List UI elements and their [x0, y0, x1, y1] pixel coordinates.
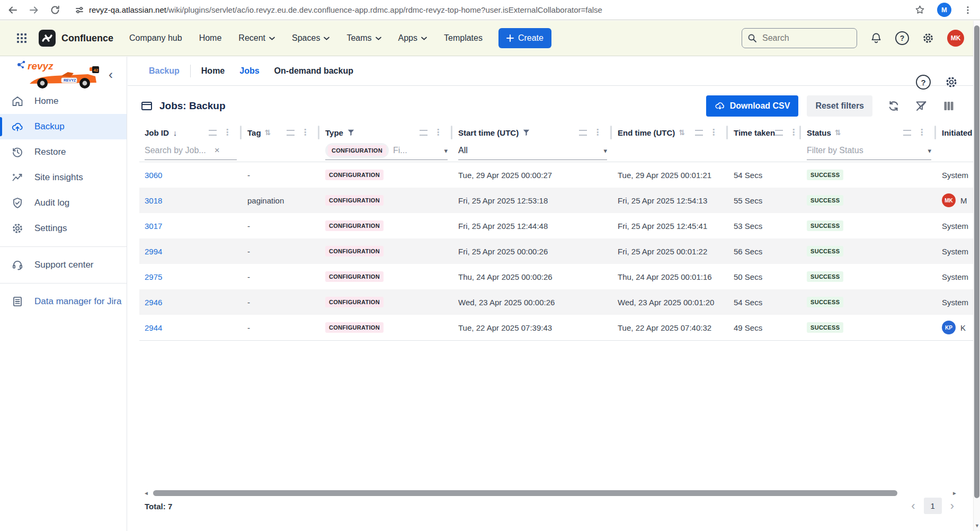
drag-handle-icon[interactable] — [209, 130, 217, 136]
column-menu-icon[interactable]: ⋮ — [917, 128, 926, 137]
column-header-tag[interactable]: Tag ⇅ ⋮ — [242, 123, 320, 141]
scrollbar-thumb[interactable] — [153, 490, 897, 496]
sidebar-item-backup[interactable]: Backup — [0, 114, 127, 139]
job-id-link[interactable]: 3018 — [145, 196, 162, 205]
filter-applied-icon[interactable] — [523, 129, 530, 136]
sidebar-item-site-insights[interactable]: Site insights — [0, 165, 127, 190]
download-csv-button[interactable]: Download CSV — [706, 95, 799, 117]
tab-jobs[interactable]: Jobs — [239, 66, 259, 76]
site-info-icon[interactable] — [74, 5, 85, 15]
page-settings-gear-icon[interactable] — [945, 75, 958, 89]
scrollbar-thumb[interactable] — [974, 25, 979, 498]
tab-on-demand-backup[interactable]: On-demand backup — [274, 66, 353, 76]
column-menu-icon[interactable]: ⋮ — [709, 128, 718, 137]
sidebar-item-settings[interactable]: Settings — [0, 216, 127, 241]
job-id-link[interactable]: 3017 — [145, 222, 162, 231]
browser-forward-icon[interactable] — [29, 5, 39, 15]
column-header-type[interactable]: Type ⋮ — [320, 123, 453, 141]
refresh-icon[interactable] — [887, 100, 900, 112]
column-menu-icon[interactable]: ⋮ — [223, 128, 231, 137]
drag-handle-icon[interactable] — [695, 130, 703, 136]
bookmark-star-icon[interactable] — [914, 4, 925, 15]
create-button[interactable]: Create — [498, 28, 551, 48]
browser-reload-icon[interactable] — [50, 5, 60, 15]
drag-handle-icon[interactable] — [903, 130, 911, 136]
app-switcher-icon[interactable] — [16, 32, 28, 44]
column-header-job-id[interactable]: Job ID ↓ ⋮ — [139, 123, 242, 141]
scroll-right-icon[interactable]: ► — [950, 490, 957, 496]
nav-item-spaces[interactable]: Spaces — [292, 33, 329, 43]
scroll-down-icon[interactable]: ▼ — [974, 523, 980, 528]
job-id-link[interactable]: 2994 — [145, 247, 162, 256]
column-header-initiated[interactable]: Initiated — [937, 123, 973, 141]
dropdown-caret-icon[interactable]: ▾ — [603, 147, 607, 155]
search-input[interactable] — [761, 33, 832, 43]
dropdown-caret-icon[interactable]: ▾ — [444, 147, 448, 155]
reset-filters-button[interactable]: Reset filters — [807, 95, 872, 117]
start-time-filter[interactable]: All▾ — [458, 141, 607, 160]
sidebar-item-restore[interactable]: Restore — [0, 139, 127, 165]
nav-item-home[interactable]: Home — [199, 33, 222, 43]
global-search[interactable] — [742, 28, 857, 48]
column-header-status[interactable]: Status ⇅ ⋮ — [801, 123, 937, 141]
sidebar-collapse-icon[interactable]: ‹ — [109, 68, 113, 81]
confluence-logo[interactable]: Confluence — [38, 29, 113, 47]
table-row[interactable]: 2946 - CONFIGURATION Wed, 23 Apr 2025 00… — [139, 289, 973, 315]
job-id-link[interactable]: 3060 — [145, 171, 162, 180]
table-row[interactable]: 3018 pagination CONFIGURATION Fri, 25 Ap… — [139, 188, 973, 213]
page-help-icon[interactable]: ? — [916, 75, 931, 90]
table-row[interactable]: 3017 - CONFIGURATION Fri, 25 Apr 2025 12… — [139, 213, 973, 238]
job-id-link[interactable]: 2975 — [145, 272, 162, 281]
vertical-scrollbar[interactable]: ▼ — [973, 21, 980, 531]
app-breadcrumb-backup[interactable]: Backup — [149, 66, 180, 76]
clear-icon[interactable]: × — [215, 145, 220, 156]
job-id-link[interactable]: 2946 — [145, 298, 162, 307]
next-page-icon[interactable]: › — [950, 500, 954, 512]
drag-handle-icon[interactable] — [775, 130, 783, 136]
scrollbar-track[interactable] — [151, 490, 950, 496]
sort-icon[interactable]: ⇅ — [265, 128, 271, 137]
table-row[interactable]: 2994 - CONFIGURATION Fri, 25 Apr 2025 00… — [139, 238, 973, 264]
browser-profile-avatar[interactable]: M — [937, 3, 951, 17]
url-bar[interactable]: revyz-qa.atlassian.net/wiki/plugins/serv… — [89, 5, 602, 14]
type-filter[interactable]: CONFIGURATIONFi...▾ — [325, 141, 448, 160]
type-chip[interactable]: CONFIGURATION — [328, 145, 386, 156]
user-avatar[interactable]: MK — [947, 30, 964, 47]
column-header-time-taken[interactable]: Time taken ⋮ — [728, 123, 801, 141]
settings-gear-icon[interactable] — [922, 32, 934, 45]
drag-handle-icon[interactable] — [420, 130, 427, 136]
nav-item-apps[interactable]: Apps — [398, 33, 427, 43]
drag-handle-icon[interactable] — [287, 130, 295, 136]
column-header-start-time[interactable]: Start time (UTC) ⋮ — [453, 123, 612, 141]
table-row[interactable]: 2944 - CONFIGURATION Tue, 22 Apr 2025 07… — [139, 315, 973, 340]
clear-filters-icon[interactable] — [915, 100, 928, 112]
column-header-end-time[interactable]: End time (UTC) ⇅ ⋮ — [612, 123, 728, 141]
scroll-left-icon[interactable]: ◄ — [144, 490, 151, 496]
table-row[interactable]: 2975 - CONFIGURATION Thu, 24 Apr 2025 00… — [139, 264, 973, 289]
page-number-button[interactable]: 1 — [924, 498, 942, 514]
column-menu-icon[interactable]: ⋮ — [301, 128, 309, 137]
tab-home[interactable]: Home — [201, 66, 225, 76]
horizontal-scrollbar[interactable]: ◄ ► — [144, 489, 957, 497]
nav-item-teams[interactable]: Teams — [346, 33, 381, 43]
revyz-logo[interactable]: revyz 42 REVYZ — [15, 59, 106, 89]
sort-icon[interactable]: ⇅ — [835, 128, 841, 137]
status-filter[interactable]: Filter by Status▾ — [807, 141, 931, 160]
sidebar-item-data-manager-jira[interactable]: Data manager for Jira — [0, 289, 127, 314]
browser-menu-icon[interactable] — [963, 5, 973, 15]
dropdown-caret-icon[interactable]: ▾ — [928, 147, 931, 155]
sidebar-item-support-center[interactable]: Support center — [0, 252, 127, 278]
sidebar-item-home[interactable]: Home — [0, 88, 127, 114]
sort-desc-icon[interactable]: ↓ — [173, 128, 177, 137]
help-icon[interactable]: ? — [895, 31, 909, 45]
prev-page-icon[interactable]: ‹ — [911, 500, 915, 512]
drag-handle-icon[interactable] — [579, 130, 587, 136]
sidebar-item-audit-log[interactable]: Audit log — [0, 190, 127, 216]
filter-applied-icon[interactable] — [348, 129, 354, 136]
notifications-bell-icon[interactable] — [870, 32, 883, 45]
column-menu-icon[interactable]: ⋮ — [789, 128, 798, 137]
job-id-filter[interactable]: Search by Job...× — [145, 141, 237, 160]
browser-back-icon[interactable] — [7, 5, 18, 15]
nav-item-templates[interactable]: Templates — [444, 33, 483, 43]
table-row[interactable]: 3060 - CONFIGURATION Tue, 29 Apr 2025 00… — [139, 162, 973, 188]
